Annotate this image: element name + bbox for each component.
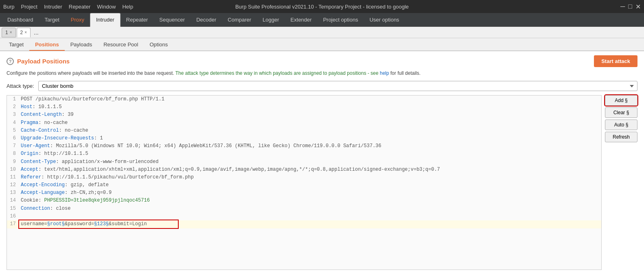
title-bar: BurpProjectIntruderRepeaterWindowHelp Bu…	[0, 0, 644, 13]
add-section-button[interactable]: Add §	[605, 95, 637, 106]
intruder-sub-tabs: 1 ×2 ×...	[0, 27, 644, 38]
request-line-2: 2Host: 10.1.1.5	[7, 103, 601, 111]
app-title: Burp Suite Professional v2021.10 - Tempo…	[235, 4, 409, 10]
line-content-15[interactable]: Connection: close	[19, 205, 601, 213]
line-number-3: 3	[7, 111, 19, 119]
request-line-10: 10Accept: text/html,application/xhtml+xm…	[7, 166, 601, 174]
start-attack-button[interactable]: Start attack	[594, 55, 637, 67]
main-nav-tab-decoder[interactable]: Decoder	[191, 13, 222, 27]
maximize-button[interactable]: □	[628, 3, 632, 11]
section-title-row: ? Payload Positions	[7, 58, 70, 65]
help-icon[interactable]: ?	[7, 58, 14, 65]
menu-item-repeater[interactable]: Repeater	[69, 4, 90, 10]
menu-bar[interactable]: BurpProjectIntruderRepeaterWindowHelp	[3, 4, 133, 10]
request-area: 1POST /pikachu/vul/burteforce/bf_form.ph…	[7, 95, 637, 270]
sub-tab-ellipsis[interactable]: ...	[31, 28, 41, 37]
line-content-2[interactable]: Host: 10.1.1.5	[19, 103, 601, 111]
request-line-15: 15Connection: close	[7, 205, 601, 213]
main-nav-tab-intruder[interactable]: Intruder	[90, 13, 120, 27]
main-nav-tab-user-options[interactable]: User options	[364, 13, 405, 27]
request-line-3: 3Content-Length: 39	[7, 111, 601, 119]
line-number-10: 10	[7, 166, 19, 174]
sub-tab-2[interactable]: 2 ×	[17, 28, 31, 37]
request-line-12: 12Accept-Encoding: gzip, deflate	[7, 181, 601, 189]
close-button[interactable]: ✕	[635, 3, 641, 11]
line-content-16[interactable]	[19, 213, 601, 220]
attack-type-row: Attack type: SniperBattering ramPitchfor…	[7, 81, 637, 91]
inner-tab-options[interactable]: Options	[144, 39, 173, 51]
inner-tab-positions[interactable]: Positions	[29, 39, 65, 51]
sub-tab-close-2[interactable]: ×	[24, 30, 27, 35]
line-content-17[interactable]: username=§root§&password=§123§&submit=Lo…	[19, 220, 178, 228]
main-nav-tab-proxy[interactable]: Proxy	[65, 13, 90, 27]
inner-tab-payloads[interactable]: Payloads	[65, 39, 98, 51]
menu-item-burp[interactable]: Burp	[3, 4, 14, 10]
request-table: 1POST /pikachu/vul/burteforce/bf_form.ph…	[7, 96, 601, 228]
line-content-14[interactable]: Cookie: PHPSESSID=3tlee8qkej959jpjlnqoc4…	[19, 197, 601, 204]
section-title: Payload Positions	[17, 58, 70, 65]
line-number-9: 9	[7, 158, 19, 166]
line-number-12: 12	[7, 181, 19, 189]
line-content-12[interactable]: Accept-Encoding: gzip, deflate	[19, 181, 601, 189]
line-content-3[interactable]: Content-Length: 39	[19, 111, 601, 119]
main-nav-tab-target[interactable]: Target	[39, 13, 65, 27]
desc-part3: for full details.	[389, 70, 421, 76]
inner-tab-target[interactable]: Target	[3, 39, 29, 51]
line-number-13: 13	[7, 189, 19, 197]
line-number-6: 6	[7, 135, 19, 142]
inner-tabs: TargetPositionsPayloadsResource PoolOpti…	[0, 38, 644, 51]
help-link[interactable]: help	[380, 70, 389, 76]
content-area: ? Payload Positions Start attack Configu…	[0, 51, 644, 274]
line-content-9[interactable]: Content-Type: application/x-www-form-url…	[19, 158, 601, 166]
request-editor[interactable]: 1POST /pikachu/vul/burteforce/bf_form.ph…	[7, 95, 602, 270]
main-nav-tab-logger[interactable]: Logger	[257, 13, 285, 27]
main-nav: DashboardTargetProxyIntruderRepeaterSequ…	[0, 13, 644, 27]
line-number-1: 1	[7, 96, 19, 103]
line-content-5[interactable]: Cache-Control: no-cache	[19, 127, 601, 135]
line-number-11: 11	[7, 174, 19, 181]
line-number-15: 15	[7, 205, 19, 213]
refresh-button[interactable]: Refresh	[605, 132, 637, 142]
menu-item-project[interactable]: Project	[21, 4, 37, 10]
menu-item-window[interactable]: Window	[97, 4, 116, 10]
main-nav-tab-repeater[interactable]: Repeater	[120, 13, 153, 27]
minimize-button[interactable]: ─	[620, 3, 625, 11]
line-number-7: 7	[7, 142, 19, 150]
request-line-5: 5Cache-Control: no-cache	[7, 127, 601, 135]
line-number-4: 4	[7, 119, 19, 127]
main-nav-tab-project-options[interactable]: Project options	[318, 13, 364, 27]
main-nav-tab-extender[interactable]: Extender	[285, 13, 318, 27]
line-content-4[interactable]: Pragma: no-cache	[19, 119, 601, 127]
request-line-7: 7User-Agent: Mozilla/5.0 (Windows NT 10.…	[7, 142, 601, 150]
menu-item-help[interactable]: Help	[122, 4, 133, 10]
line-content-13[interactable]: Accept-Language: zh-CN,zh;q=0.9	[19, 189, 601, 197]
window-controls[interactable]: ─ □ ✕	[620, 3, 641, 11]
sub-tab-1[interactable]: 1 ×	[2, 28, 16, 37]
request-line-16: 16	[7, 213, 601, 220]
main-nav-tab-sequencer[interactable]: Sequencer	[153, 13, 191, 27]
line-number-17: 17	[7, 220, 19, 228]
main-nav-tab-dashboard[interactable]: Dashboard	[2, 13, 39, 27]
line-content-6[interactable]: Upgrade-Insecure-Requests: 1	[19, 135, 601, 142]
attack-type-label: Attack type:	[7, 83, 34, 89]
line-content-8[interactable]: Origin: http://10.1.1.5	[19, 150, 601, 158]
attack-type-select[interactable]: SniperBattering ramPitchforkCluster bomb	[38, 81, 637, 91]
menu-item-intruder[interactable]: Intruder	[44, 4, 62, 10]
section-header: ? Payload Positions Start attack	[7, 55, 637, 67]
line-content-7[interactable]: User-Agent: Mozilla/5.0 (Windows NT 10.0…	[19, 142, 601, 150]
line-number-16: 16	[7, 213, 19, 220]
line-number-5: 5	[7, 127, 19, 135]
auto-section-button[interactable]: Auto §	[605, 120, 637, 130]
line-content-1[interactable]: POST /pikachu/vul/burteforce/bf_form.php…	[19, 96, 601, 103]
line-number-14: 14	[7, 197, 19, 204]
sub-tab-close-1[interactable]: ×	[10, 30, 12, 35]
clear-section-button[interactable]: Clear §	[605, 107, 637, 118]
request-line-9: 9Content-Type: application/x-www-form-ur…	[7, 158, 601, 166]
inner-tab-resource-pool[interactable]: Resource Pool	[98, 39, 144, 51]
request-line-17: 17username=§root§&password=§123§&submit=…	[7, 220, 601, 228]
request-line-13: 13Accept-Language: zh-CN,zh;q=0.9	[7, 189, 601, 197]
line-number-8: 8	[7, 150, 19, 158]
line-content-11[interactable]: Referer: http://10.1.1.5/pikachu/vul/bur…	[19, 174, 601, 181]
line-content-10[interactable]: Accept: text/html,application/xhtml+xml,…	[19, 166, 601, 174]
main-nav-tab-comparer[interactable]: Comparer	[222, 13, 257, 27]
